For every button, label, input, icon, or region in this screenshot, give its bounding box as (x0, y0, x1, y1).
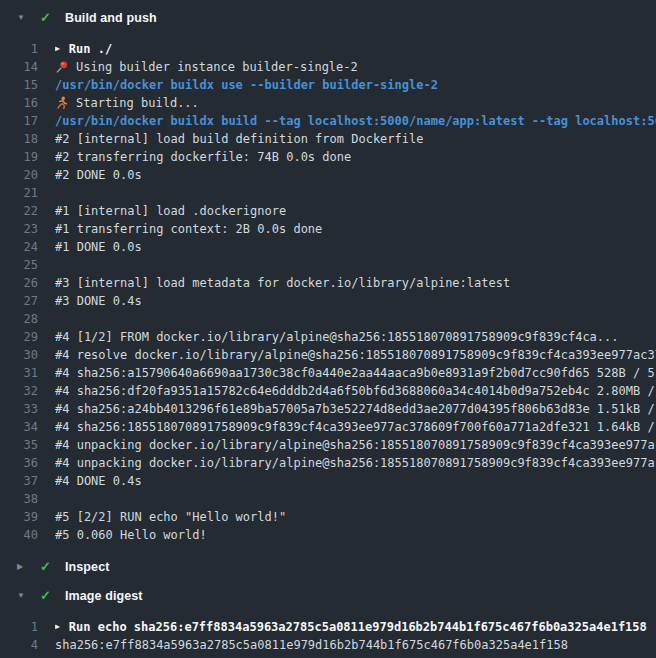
line-number[interactable]: 40 (0, 526, 38, 544)
log-text: #4 sha256:a24bb4013296f61e89ba57005a7b3e… (55, 400, 655, 418)
line-number[interactable]: 26 (0, 274, 38, 292)
log-line: 29#4 [1/2] FROM docker.io/library/alpine… (0, 328, 656, 346)
line-number[interactable]: 17 (0, 112, 38, 130)
line-number[interactable]: 34 (0, 418, 38, 436)
log-line: 35#4 unpacking docker.io/library/alpine@… (0, 436, 656, 454)
log-text: Run echo sha256:e7ff8834a5963a2785c5a081… (69, 618, 647, 636)
section-body-image-digest: 1▶Run echo sha256:e7ff8834a5963a2785c5a0… (0, 610, 656, 658)
runner-icon (55, 96, 69, 110)
log-line: 15/usr/bin/docker buildx use --builder b… (0, 76, 656, 94)
log-text: #4 sha256:a15790640a6690aa1730c38cf0a440… (55, 364, 655, 382)
line-text: /usr/bin/docker buildx use --builder bui… (55, 76, 438, 94)
section-title: Inspect (65, 560, 109, 574)
chevron-down-icon[interactable]: ▼ (17, 592, 27, 600)
log-text: #4 DONE 0.4s (55, 472, 142, 490)
success-check-icon: ✓ (40, 11, 54, 24)
line-number[interactable]: 37 (0, 472, 38, 490)
line-text: #2 [internal] load build definition from… (55, 130, 423, 148)
line-number[interactable]: 35 (0, 436, 38, 454)
line-number[interactable]: 4 (0, 636, 38, 654)
line-text: #4 unpacking docker.io/library/alpine@sh… (55, 454, 655, 472)
expand-arrow-icon[interactable]: ▶ (55, 623, 60, 631)
log-text: #4 sha256:185518070891758909c9f839cf4ca3… (55, 418, 655, 436)
chevron-right-icon[interactable]: ▶ (17, 563, 27, 571)
log-text: /usr/bin/docker buildx build --tag local… (55, 112, 656, 130)
log-line: 21 (0, 184, 656, 202)
line-number[interactable]: 38 (0, 490, 38, 508)
line-number[interactable]: 30 (0, 346, 38, 364)
line-number[interactable]: 1 (0, 40, 38, 58)
log-line: 4sha256:e7ff8834a5963a2785c5a0811e979d16… (0, 636, 656, 654)
line-number[interactable]: 15 (0, 76, 38, 94)
line-number[interactable]: 28 (0, 310, 38, 328)
line-number[interactable]: 24 (0, 238, 38, 256)
line-number[interactable]: 22 (0, 202, 38, 220)
line-number[interactable]: 32 (0, 382, 38, 400)
log-line: 40#5 0.060 Hello world! (0, 526, 656, 544)
log-section-image-digest: ▼✓Image digest1▶Run echo sha256:e7ff8834… (0, 581, 656, 658)
log-line: 31#4 sha256:a15790640a6690aa1730c38cf0a4… (0, 364, 656, 382)
log-line: 24#1 DONE 0.0s (0, 238, 656, 256)
section-header-build-and-push[interactable]: ▼✓Build and push (0, 3, 656, 32)
line-text: #1 transferring context: 2B 0.0s done (55, 220, 322, 238)
line-text: #1 DONE 0.0s (55, 238, 142, 256)
log-text: #2 [internal] load build definition from… (55, 130, 423, 148)
log-text: #5 0.060 Hello world! (55, 526, 207, 544)
log-line: 30#4 resolve docker.io/library/alpine@sh… (0, 346, 656, 364)
line-text: #4 sha256:a15790640a6690aa1730c38cf0a440… (55, 364, 655, 382)
log-line: 25 (0, 256, 656, 274)
line-text: #4 resolve docker.io/library/alpine@sha2… (55, 346, 656, 364)
workflow-log-viewer: ▼✓Build and push1▶Run ./14Using builder … (0, 0, 656, 658)
line-text: #5 [2/2] RUN echo "Hello world!" (55, 508, 286, 526)
log-line: 37#4 DONE 0.4s (0, 472, 656, 490)
log-text: #3 DONE 0.4s (55, 292, 142, 310)
log-text: sha256:e7ff8834a5963a2785c5a0811e979d16b… (55, 636, 568, 654)
section-header-inspect[interactable]: ▶✓Inspect (0, 552, 656, 581)
section-title: Build and push (65, 11, 157, 25)
log-text: /usr/bin/docker buildx use --builder bui… (55, 76, 438, 94)
log-line: 32#4 sha256:df20fa9351a15782c64e6dddb2d4… (0, 382, 656, 400)
log-line: 18#2 [internal] load build definition fr… (0, 130, 656, 148)
line-number[interactable]: 25 (0, 256, 38, 274)
line-number[interactable]: 31 (0, 364, 38, 382)
line-number[interactable]: 23 (0, 220, 38, 238)
line-number[interactable]: 18 (0, 130, 38, 148)
log-line: 14Using builder instance builder-single-… (0, 58, 656, 76)
log-text: #2 DONE 0.0s (55, 166, 142, 184)
log-text: #1 [internal] load .dockerignore (55, 202, 286, 220)
line-number[interactable]: 20 (0, 166, 38, 184)
log-line: 28 (0, 310, 656, 328)
log-line: 34#4 sha256:185518070891758909c9f839cf4c… (0, 418, 656, 436)
log-text: #4 [1/2] FROM docker.io/library/alpine@s… (55, 328, 619, 346)
line-text: #4 sha256:a24bb4013296f61e89ba57005a7b3e… (55, 400, 655, 418)
line-number[interactable]: 21 (0, 184, 38, 202)
log-line: 38 (0, 490, 656, 508)
line-number[interactable]: 19 (0, 148, 38, 166)
log-line: 22#1 [internal] load .dockerignore (0, 202, 656, 220)
line-number[interactable]: 14 (0, 58, 38, 76)
log-text: #4 resolve docker.io/library/alpine@sha2… (55, 346, 656, 364)
line-number[interactable]: 36 (0, 454, 38, 472)
line-number[interactable]: 29 (0, 328, 38, 346)
log-line: 39#5 [2/2] RUN echo "Hello world!" (0, 508, 656, 526)
line-number[interactable]: 1 (0, 618, 38, 636)
line-number[interactable]: 27 (0, 292, 38, 310)
log-section-build-and-push: ▼✓Build and push1▶Run ./14Using builder … (0, 3, 656, 552)
chevron-down-icon[interactable]: ▼ (17, 14, 27, 22)
line-text: sha256:e7ff8834a5963a2785c5a0811e979d16b… (55, 636, 568, 654)
line-number[interactable]: 33 (0, 400, 38, 418)
line-number[interactable]: 16 (0, 94, 38, 112)
line-text: #2 transferring dockerfile: 74B 0.0s don… (55, 148, 351, 166)
line-text: #3 [internal] load metadata for docker.i… (55, 274, 510, 292)
log-text: #5 [2/2] RUN echo "Hello world!" (55, 508, 286, 526)
expand-arrow-icon[interactable]: ▶ (55, 45, 60, 53)
log-line: 27#3 DONE 0.4s (0, 292, 656, 310)
line-text: #4 sha256:185518070891758909c9f839cf4ca3… (55, 418, 655, 436)
section-header-image-digest[interactable]: ▼✓Image digest (0, 581, 656, 610)
line-text: Starting build... (55, 94, 199, 112)
line-text: #5 0.060 Hello world! (55, 526, 207, 544)
line-text: #4 sha256:df20fa9351a15782c64e6dddb2d4a6… (55, 382, 655, 400)
log-line: 16Starting build... (0, 94, 656, 112)
line-number[interactable]: 39 (0, 508, 38, 526)
log-line: 1▶Run echo sha256:e7ff8834a5963a2785c5a0… (0, 618, 656, 636)
